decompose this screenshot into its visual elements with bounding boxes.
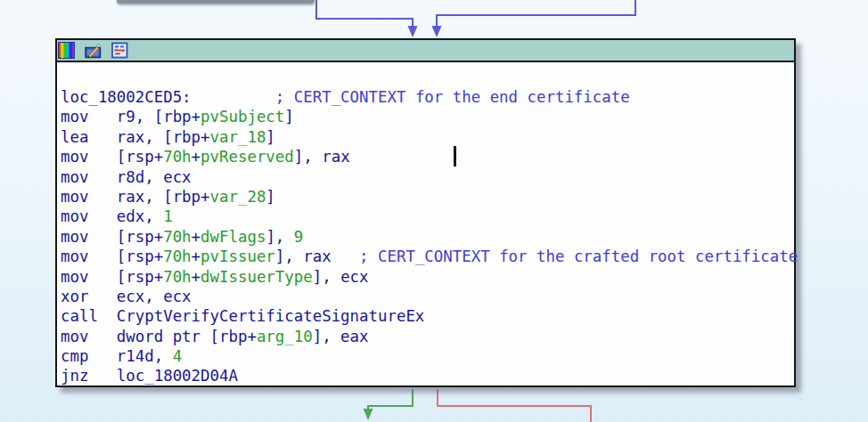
code-segment: ]	[266, 188, 274, 206]
code-segment	[192, 88, 275, 106]
code-segment: arg_10	[257, 328, 313, 345]
code-line[interactable]: mov rax, [rbp+var_28]	[61, 187, 794, 207]
code-segment: +	[192, 228, 201, 246]
code-line[interactable]: xor ecx, ecx	[61, 287, 794, 306]
code-segment: mov [rsp+	[61, 228, 163, 246]
outgoing-edge-red	[438, 389, 591, 422]
disassembly-code[interactable]: loc_18002CED5: ; CERT_CONTEXT for the en…	[61, 87, 794, 386]
code-segment: call CryptVerifyCertificateSignatureEx	[61, 307, 424, 325]
code-segment: +	[192, 148, 201, 166]
code-line[interactable]: mov r9, [rbp+pvSubject]	[61, 107, 794, 126]
group-nodes-icon[interactable]	[111, 42, 128, 59]
code-line[interactable]: mov [rsp+70h+pvReserved], rax	[61, 147, 794, 166]
incoming-edge-left-arrowhead	[408, 26, 418, 37]
code-segment: 1	[163, 207, 172, 225]
code-segment: mov [rsp+	[61, 268, 163, 286]
code-line[interactable]: mov r8d, ecx	[61, 167, 794, 187]
code-segment: 9	[294, 228, 303, 246]
node-title-bar[interactable]	[57, 40, 794, 62]
basic-block-node[interactable]: loc_18002CED5: ; CERT_CONTEXT for the en…	[55, 38, 796, 387]
code-segment: ], eax	[313, 328, 369, 345]
code-segment: mov [rsp+	[61, 248, 163, 265]
code-segment: pvReserved	[201, 148, 294, 166]
code-segment: ]	[284, 108, 293, 126]
code-segment: mov r9, [rbp+	[61, 108, 201, 126]
code-line[interactable]: jnz loc_18002D04A	[61, 366, 794, 385]
code-segment: ; CERT_CONTEXT for the end certificate	[275, 88, 630, 106]
incoming-edge-right-arrowhead	[432, 26, 442, 37]
code-segment: jnz loc_18002D04A	[61, 367, 238, 385]
code-segment: ], ecx	[313, 268, 369, 286]
code-segment: dwIssuerType	[201, 268, 313, 286]
code-segment: mov r8d, ecx	[61, 168, 192, 186]
code-segment: pvIssuer	[201, 248, 275, 265]
code-line[interactable]: mov dword ptr [rbp+arg_10], eax	[61, 327, 794, 346]
outgoing-edge-green-arrowhead	[364, 409, 373, 420]
code-line[interactable]: lea rax, [rbp+var_18]	[61, 127, 794, 147]
code-segment: +	[192, 248, 201, 265]
code-line[interactable]: mov [rsp+70h+dwFlags], 9	[61, 227, 794, 247]
code-segment: 70h	[163, 228, 191, 246]
code-segment: lea rax, [rbp+	[61, 128, 210, 146]
incoming-edge-right	[437, 0, 635, 28]
code-segment: cmp r14d,	[61, 347, 173, 365]
code-segment: xor ecx, ecx	[61, 288, 192, 305]
node-above-bottom-shadow	[117, 0, 315, 4]
code-segment: 70h	[163, 248, 191, 265]
edit-node-pencil-icon[interactable]	[85, 42, 102, 59]
code-segment: ],	[266, 228, 293, 246]
code-segment: ]	[266, 128, 274, 146]
code-segment: mov edx,	[61, 207, 163, 225]
code-line[interactable]: mov edx, 1	[61, 207, 794, 226]
graph-view-canvas[interactable]: loc_18002CED5: ; CERT_CONTEXT for the en…	[0, 0, 868, 422]
code-segment: 70h	[163, 148, 191, 166]
code-segment: loc_18002CED5:	[61, 88, 192, 106]
node-color-palette-icon[interactable]	[58, 42, 75, 59]
code-line[interactable]: mov [rsp+70h+dwIssuerType], ecx	[61, 267, 794, 287]
code-line[interactable]: loc_18002CED5: ; CERT_CONTEXT for the en…	[61, 87, 794, 107]
code-segment: ], rax	[275, 248, 359, 265]
code-line[interactable]: mov [rsp+70h+pvIssuer], rax ; CERT_CONTE…	[61, 247, 794, 266]
code-segment: mov rax, [rbp+	[61, 188, 210, 206]
code-segment: ; CERT_CONTEXT for the crafted root cert…	[359, 248, 798, 265]
incoming-edge-left	[316, 0, 413, 28]
code-line[interactable]: call CryptVerifyCertificateSignatureEx	[61, 306, 794, 326]
code-segment: dwFlags	[201, 228, 266, 246]
code-segment: mov [rsp+	[61, 148, 163, 166]
code-segment: 4	[173, 347, 182, 365]
code-segment: +	[192, 268, 201, 286]
code-segment: var_18	[210, 128, 266, 146]
outgoing-edge-green	[368, 389, 413, 410]
code-segment: pvSubject	[201, 108, 284, 126]
text-cursor	[454, 146, 456, 166]
code-segment: var_28	[210, 188, 266, 206]
code-line[interactable]: cmp r14d, 4	[61, 346, 794, 366]
code-segment: mov dword ptr [rbp+	[61, 328, 257, 345]
code-segment: 70h	[163, 268, 191, 286]
code-segment: ], rax	[294, 148, 350, 166]
